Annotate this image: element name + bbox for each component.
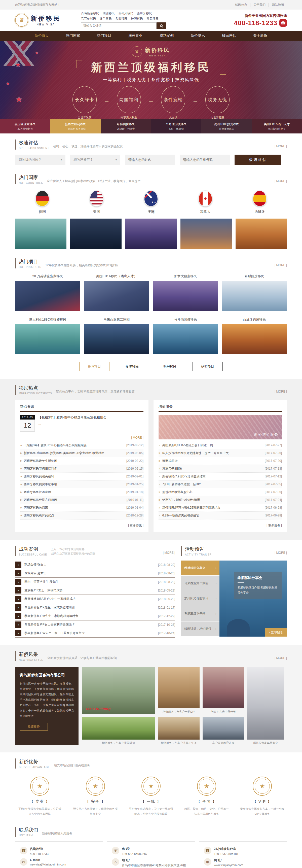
style-photo[interactable]: Team building [82, 667, 155, 714]
quicklink[interactable]: 葡萄牙移民 [118, 11, 133, 16]
quicklink[interactable]: 青岛新侨移民 [81, 11, 99, 16]
nav-item[interactable]: 关于新侨 [251, 33, 270, 38]
case-row[interactable]: “ 企业高管-赵女士 [2018-08-20] [15, 569, 175, 578]
news-row[interactable]: » 西班牙移民的相关福利 [2019-02-01] [20, 473, 143, 480]
germany-photo[interactable] [15, 219, 66, 249]
more-link[interactable]: | MORE | [275, 179, 287, 183]
project-card[interactable]: 20 万英镑企业家移民 [15, 274, 80, 311]
featured-news[interactable]: 2019.03 12 【包租3年】雅典·市中心精选马隆公寓包租组合 … | MO… [20, 415, 143, 439]
carousel-tab[interactable]: 英国企业家移民 20万英镑起投 [0, 119, 51, 133]
activity-tab[interactable]: 希腊主题下午茶 › [181, 606, 220, 621]
service-row[interactable]: » 新侨移民/7.9日DIY活动圆满结束 [2017-07-12] [159, 473, 282, 480]
australia-photo[interactable] [125, 219, 177, 249]
project-card[interactable]: 澳大利亚188C类投资移民 [15, 317, 80, 354]
nav-item[interactable]: 新侨资讯 [188, 33, 207, 38]
quicklink[interactable]: 青岛移民 [146, 17, 159, 21]
case-row[interactable]: “ 职场白领-张女士 [2018-08-20] [15, 561, 175, 569]
topbar-link[interactable]: 网站地图 [269, 3, 287, 7]
service-row[interactable]: » 澳洲亲子8日游 [2017-07-13] [159, 465, 282, 473]
filter-button[interactable]: 投资移民 [117, 362, 147, 371]
more-link[interactable]: | MORE | [275, 551, 287, 555]
featured-title[interactable]: 【包租3年】雅典·市中心精选马隆公寓包租组合 [38, 415, 143, 420]
case-row[interactable]: “ 国内、留英毕业生-段先生 [2018-08-20] [15, 578, 175, 586]
site-logo[interactable]: ♛ 新侨移民 — NEW VISA — [15, 13, 61, 27]
news-row[interactable]: » 【包租3年】雅典·市中心精选马隆公寓包租组合 [2019-03-12] [20, 441, 143, 449]
usa-photo[interactable] [70, 219, 122, 249]
case-row[interactable]: “ 魅族客户Z女士一家移民成功 [2018-05-29] [15, 586, 175, 595]
filter-button[interactable]: 购房移民 [155, 362, 185, 371]
filter-button[interactable]: 推荐项目 [79, 362, 109, 371]
case-row[interactable]: “ 恭喜新侨客户X先生一家成功登陆澳洲 [2018-01-17] [15, 603, 175, 612]
phone-input[interactable] [183, 158, 227, 162]
services-photo[interactable]: 新侨增值服务 [159, 415, 282, 439]
activity-tab[interactable]: 加州阳光花园项目… › [181, 591, 220, 606]
more-services-link[interactable]: | 更多服务 | [159, 524, 282, 528]
more-link[interactable]: | MORE | [275, 145, 287, 148]
news-row[interactable]: » 西班牙移民的原因 [2019-01-04] [20, 504, 143, 512]
signup-button[interactable]: › 立即报名 [265, 628, 287, 637]
service-row[interactable]: » 美国最新8月EB-5签证公告日前进一周 [2017-07-27] [159, 441, 282, 449]
news-row[interactable]: » 西班牙移民教育的优点 [2018-12-28] [20, 512, 143, 520]
activity-slide[interactable]: 希腊移民分享会 希腊移民项目介绍 希腊移民政策等分享会 › 立即报名 [220, 561, 287, 637]
carousel-tab[interactable]: 新西兰福利移民 一等福利 税务无忧 [51, 119, 101, 133]
case-row[interactable]: “ 恭喜新侨客户P女士全家获得美国绿卡 [2017-10-28] [15, 620, 175, 629]
more-link[interactable]: | MORE | [275, 390, 287, 393]
quicklink[interactable]: 希腊移民 [115, 17, 127, 21]
advantage-card[interactable]: ★ 【 安全 】 设立第三方监管账户，保障您的各项资金安全 [71, 777, 120, 817]
carousel-tab[interactable]: 马耳他国债移民 四位一体身份 [151, 119, 201, 133]
style-photo[interactable]: 玛莎拉蒂豪车品鉴会 [247, 667, 284, 745]
project-card[interactable]: 美国EB1A移民（杰出人才） [84, 274, 149, 311]
activity-tab[interactable]: 马来西亚第二家园… › [181, 576, 220, 591]
topbar-link[interactable]: 关于我们 [250, 3, 269, 7]
case-row[interactable]: “ 恭喜新侨客户M先生一家顺利获得枫叶卡 [2017-12-22] [15, 612, 175, 620]
case-row[interactable]: “ 恭喜新侨客户W先生一家三口获西班牙居留卡 [2017-10-24] [15, 629, 175, 638]
news-row[interactable]: » 西班牙移民购房手续事项 [2019-01-25] [20, 480, 143, 488]
topbar-link[interactable]: 移民热点 [232, 3, 250, 7]
service-row[interactable]: » 澳洲13日游 [2017-07-20] [159, 457, 282, 465]
service-row[interactable]: » 6.29/一场高尔夫的餐叙盛宴 [2017-06-28] [159, 512, 282, 520]
more-link[interactable]: | MORE | [163, 551, 175, 555]
more-link[interactable]: | MORE | [275, 264, 287, 267]
news-row[interactable]: » 西班牙移民经济方面原因 [2019-01-11] [20, 496, 143, 504]
quicklink[interactable]: 马耳他移民 [81, 17, 96, 21]
quicklink[interactable]: 波兰移民 [100, 17, 112, 21]
advantage-card[interactable]: ★ 【 专业 】 平均8年资深行业移民顾问，公司设立专业的文案团队 [15, 777, 64, 817]
style-photo[interactable]: 增值服务，与客户共享下午茶 [158, 717, 200, 745]
tab-services[interactable]: 增值服务 [159, 404, 282, 412]
spain-photo[interactable] [236, 219, 287, 249]
activity-tab[interactable]: 希腊移民分享会 › [181, 561, 220, 576]
canada-photo[interactable] [180, 219, 232, 249]
search-button[interactable] [157, 23, 166, 29]
project-card[interactable]: 西班牙购房移民 [222, 317, 287, 354]
quicklink[interactable]: 西班牙移民 [137, 11, 152, 16]
advantage-card[interactable]: ★ 【 一线 】 平均每年出访考察，关注第一线资讯动态，给您专业的投资建议 [126, 777, 176, 817]
project-card[interactable]: 马来西亚第二家园 [84, 317, 149, 354]
featured-more-link[interactable]: | MORE | [38, 436, 143, 439]
nav-item[interactable]: 海外置业 [126, 33, 145, 38]
country-tab-canada[interactable]: 加拿大 [178, 190, 233, 214]
carousel-tab[interactable]: 美国EB1A杰出人才 无排期快速赴美 [252, 119, 302, 133]
project-card[interactable]: 加拿大自雇移民 [153, 274, 218, 311]
service-row[interactable]: » 钜惠7月，新侨与您相约澳洲 [2017-07-04] [159, 496, 282, 504]
advantage-card[interactable]: ★ 【 VIP 】 量身打造专属服务方案，一对一全程VIP专属服务 [238, 777, 287, 817]
more-news-link[interactable]: | 更多资讯 | [20, 524, 143, 528]
case-row[interactable]: “ 恭喜澳洲188A客户L先生一家移民成功 [2018-05-29] [15, 595, 175, 603]
quicklink[interactable]: 护照移民 [131, 17, 143, 21]
news-row[interactable]: » 西班牙移民汉语老师 [2019-01-18] [20, 488, 143, 496]
destination-select[interactable]: 您的目的国家？ ▾ [15, 155, 65, 165]
nav-item[interactable]: 成功案例 [157, 33, 176, 38]
style-photo[interactable]: 增值服务，与客户果园采摘 [82, 717, 155, 745]
country-tab-australia[interactable]: 澳洲 [124, 190, 178, 214]
advantage-card[interactable]: ★ 【 全面 】 移民、投资、购房、创业、护照等一站式出国项目与服务 [182, 777, 231, 817]
search-input[interactable] [81, 23, 157, 29]
name-input[interactable] [128, 158, 172, 162]
quicklink[interactable]: 澳洲移民 [103, 11, 115, 16]
nav-item[interactable]: 热门国家 [63, 33, 82, 38]
nav-item[interactable]: 热门项目 [95, 33, 114, 38]
carousel-tab[interactable]: 希腊购房移民 25万欧三代绿卡 [101, 119, 151, 133]
assess-submit-button[interactable]: 极速评估 [235, 155, 281, 165]
country-tab-spain[interactable]: 西班牙 [233, 190, 287, 214]
more-link[interactable]: | MORE | [275, 656, 287, 660]
project-card[interactable]: 希腊购房移民 [222, 274, 287, 311]
tab-news[interactable]: 热点资讯 [20, 404, 143, 412]
